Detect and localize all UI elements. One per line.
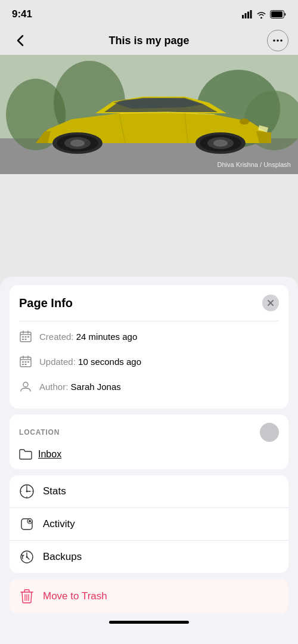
location-circle[interactable] <box>260 423 279 442</box>
status-icons <box>242 10 286 18</box>
updated-row: Updated: 10 seconds ago <box>19 349 279 374</box>
menu-card: Stats Activity <box>10 475 288 573</box>
svg-rect-33 <box>22 339 24 340</box>
updated-calendar-icon <box>19 355 32 368</box>
author-icon <box>19 380 32 393</box>
folder-icon <box>19 448 32 461</box>
move-to-trash-item[interactable]: Move to Trash <box>10 579 288 614</box>
svg-point-48 <box>26 491 28 493</box>
svg-rect-2 <box>247 12 249 19</box>
location-label: LOCATION <box>19 428 60 436</box>
location-card: LOCATION Inbox <box>10 414 288 469</box>
svg-rect-31 <box>25 336 27 338</box>
activity-label: Activity <box>43 518 75 530</box>
author-row: Author: Sarah Jonas <box>19 374 279 399</box>
trash-card: Move to Trash <box>10 579 288 614</box>
svg-rect-41 <box>27 361 29 363</box>
svg-rect-43 <box>25 364 27 365</box>
stats-item[interactable]: Stats <box>10 475 288 507</box>
svg-rect-32 <box>27 336 29 338</box>
page-title: This is my page <box>108 35 189 47</box>
move-to-trash-label: Move to Trash <box>43 590 107 602</box>
stats-icon <box>19 484 35 499</box>
wifi-icon <box>256 11 266 18</box>
calendar-icon <box>19 330 32 343</box>
close-button[interactable] <box>262 295 279 311</box>
hero-image: Dhiva Krishna / Unsplash <box>0 55 298 174</box>
more-button[interactable] <box>267 30 288 51</box>
svg-point-8 <box>280 39 283 42</box>
signal-icon <box>242 10 253 18</box>
svg-rect-34 <box>25 339 27 340</box>
svg-rect-1 <box>245 13 247 18</box>
trash-icon <box>19 589 35 604</box>
svg-rect-5 <box>271 11 283 17</box>
svg-rect-40 <box>25 361 27 363</box>
back-button[interactable] <box>10 30 31 51</box>
svg-rect-42 <box>22 364 24 365</box>
backups-icon <box>19 549 35 565</box>
activity-item[interactable]: Activity <box>10 507 288 540</box>
battery-icon <box>270 10 286 18</box>
svg-rect-3 <box>250 10 252 18</box>
svg-point-55 <box>29 520 31 522</box>
svg-point-6 <box>273 39 275 42</box>
svg-point-44 <box>23 382 28 387</box>
status-time: 9:41 <box>12 8 32 20</box>
inbox-link[interactable]: Inbox <box>38 449 61 460</box>
created-row: Created: 24 minutes ago <box>19 324 279 349</box>
svg-point-23 <box>240 119 249 125</box>
home-indicator <box>109 621 189 624</box>
card-header: Page Info <box>19 295 279 311</box>
divider-top <box>19 321 279 321</box>
created-text: Created: 24 minutes ago <box>39 332 137 342</box>
photo-credit: Dhiva Krishna / Unsplash <box>217 161 291 168</box>
bottom-sheet: Page Info <box>0 277 298 644</box>
page-info-card: Page Info <box>10 285 288 408</box>
svg-rect-30 <box>22 336 24 338</box>
backups-item[interactable]: Backups <box>10 540 288 573</box>
status-bar: 9:41 <box>0 0 298 26</box>
author-text: Author: Sarah Jonas <box>39 382 121 392</box>
svg-rect-0 <box>242 15 244 18</box>
activity-icon <box>19 516 35 532</box>
location-row[interactable]: Inbox <box>19 448 279 461</box>
stats-label: Stats <box>43 485 66 497</box>
location-header: LOCATION <box>19 423 279 442</box>
svg-point-18 <box>213 140 228 147</box>
svg-rect-39 <box>22 361 24 363</box>
car-image <box>0 55 298 174</box>
backups-label: Backups <box>43 551 82 563</box>
svg-point-22 <box>70 140 85 147</box>
updated-text: Updated: 10 seconds ago <box>39 357 141 367</box>
svg-point-7 <box>277 39 279 42</box>
page-info-title: Page Info <box>19 296 73 310</box>
nav-bar: This is my page <box>0 26 298 55</box>
